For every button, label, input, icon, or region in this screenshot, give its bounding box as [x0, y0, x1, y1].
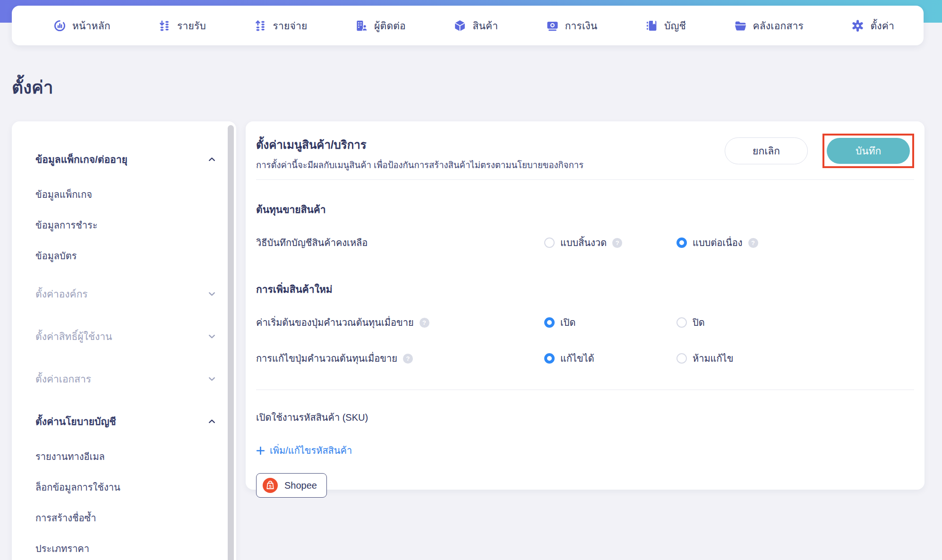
shopee-button-label: Shopee: [284, 480, 317, 491]
shopee-button[interactable]: S Shopee: [256, 473, 327, 498]
panel-subtitle: การตั้งค่านี้จะมีผลกับเมนูสินค้า เพื่อป้…: [256, 158, 583, 172]
settings-sidebar: ข้อมูลแพ็กเกจ/ต่ออายุ ข้อมูลแพ็กเกจ ข้อม…: [12, 121, 236, 560]
nav-label: บัญชี: [664, 18, 686, 34]
sidebar-group-organization[interactable]: ตั้งค่าองค์กร: [12, 282, 236, 305]
chevron-down-icon: [207, 374, 216, 383]
panel-header-text: ตั้งค่าเมนูสินค้า/บริการ การตั้งค่านี้จะ…: [256, 136, 583, 172]
add-edit-sku-link-text: เพิ่ม/แก้ไขรหัสสินค้า: [270, 443, 352, 458]
radio-selected[interactable]: [544, 317, 555, 328]
income-icon: [158, 19, 171, 32]
nav-item-documents[interactable]: คลังเอกสาร: [734, 18, 804, 34]
radio-option-not-editable[interactable]: ห้ามแก้ไข: [677, 351, 914, 366]
nav-item-expense[interactable]: รายจ่าย: [254, 18, 308, 34]
nav-label: สินค้า: [472, 18, 498, 34]
radio-label: แบบต่อเนื่อง: [693, 235, 743, 250]
nav-label: หน้าหลัก: [72, 18, 111, 34]
sidebar-item-price-types[interactable]: ประเภทราคา: [12, 533, 236, 560]
nav-item-income[interactable]: รายรับ: [158, 18, 206, 34]
contacts-icon: [355, 19, 368, 32]
sidebar-group-label: ตั้งค่าองค์กร: [35, 286, 88, 302]
radio-label: ห้ามแก้ไข: [693, 351, 733, 366]
gear-icon: [851, 19, 864, 32]
sidebar-group-label: ข้อมูลแพ็กเกจ/ต่ออายุ: [35, 152, 128, 167]
sidebar-item-package-info[interactable]: ข้อมูลแพ็กเกจ: [12, 179, 236, 210]
radio-option-periodic[interactable]: แบบสิ้นงวด ?: [544, 235, 677, 250]
products-icon: [454, 19, 466, 32]
sidebar-item-payment-info[interactable]: ข้อมูลการชำระ: [12, 210, 236, 240]
sidebar-group-accounting-policy[interactable]: ตั้งค่านโยบายบัญชี: [12, 410, 236, 433]
sidebar-sublist-package: ข้อมูลแพ็กเกจ ข้อมูลการชำระ ข้อมูลบัตร: [12, 179, 236, 271]
nav-item-finance[interactable]: การเงิน: [546, 18, 598, 34]
cost-calc-edit-row: การแก้ไขปุ่มคำนวณต้นทุนเมื่อขาย ? แก้ไขไ…: [256, 351, 914, 366]
svg-text:S: S: [269, 484, 272, 489]
sidebar-item-duplicate-names[interactable]: การสร้างชื่อซ้ำ: [12, 502, 236, 533]
sidebar-sublist-accounting-policy: รายงานทางอีเมล ล็อกข้อมูลการใช้งาน การสร…: [12, 441, 236, 560]
help-icon[interactable]: ?: [748, 238, 758, 248]
sidebar-item-email-reports[interactable]: รายงานทางอีเมล: [12, 441, 236, 472]
plus-icon: [256, 446, 265, 455]
panel-header: ตั้งค่าเมนูสินค้า/บริการ การตั้งค่านี้จะ…: [256, 121, 914, 180]
page-title: ตั้งค่า: [12, 73, 53, 101]
sidebar-group-label: ตั้งค่านโยบายบัญชี: [35, 414, 116, 429]
radio-selected[interactable]: [544, 353, 555, 364]
finance-icon: [546, 19, 559, 32]
sidebar-group-documents[interactable]: ตั้งค่าเอกสาร: [12, 367, 236, 390]
chevron-up-icon: [207, 417, 216, 426]
inventory-method-label: วิธีบันทึกบัญชีสินค้าคงเหลือ: [256, 235, 544, 250]
help-icon[interactable]: ?: [403, 354, 413, 364]
chevron-up-icon: [207, 155, 216, 164]
help-icon[interactable]: ?: [420, 318, 429, 328]
nav-label: ตั้งค่า: [870, 18, 894, 34]
accounting-icon: [645, 19, 658, 32]
nav-label: รายจ่าย: [273, 18, 308, 34]
cost-calc-edit-label: การแก้ไขปุ่มคำนวณต้นทุนเมื่อขาย ?: [256, 351, 544, 366]
sidebar-group-label: ตั้งค่าสิทธิ์ผู้ใช้งาน: [35, 329, 112, 344]
radio-unselected[interactable]: [677, 317, 687, 328]
sidebar-scrollbar[interactable]: [228, 125, 234, 560]
radio-label: ปิด: [693, 315, 705, 330]
radio-option-off[interactable]: ปิด: [677, 315, 914, 330]
cost-calc-default-label: ค่าเริ่มต้นของปุ่มคำนวณต้นทุนเมื่อขาย ?: [256, 315, 544, 330]
sidebar-item-usage-lock[interactable]: ล็อกข้อมูลการใช้งาน: [12, 472, 236, 502]
nav-label: รายรับ: [177, 18, 206, 34]
sidebar-group-label: ตั้งค่าเอกสาร: [35, 371, 91, 387]
cost-calc-default-row: ค่าเริ่มต้นของปุ่มคำนวณต้นทุนเมื่อขาย ? …: [256, 315, 914, 330]
expense-icon: [254, 19, 267, 32]
inventory-method-row: วิธีบันทึกบัญชีสินค้าคงเหลือ แบบสิ้นงวด …: [256, 235, 914, 250]
nav-item-contacts[interactable]: ผู้ติดต่อ: [355, 18, 406, 34]
nav-label: การเงิน: [565, 18, 598, 34]
shopee-icon: S: [262, 477, 278, 493]
radio-unselected[interactable]: [544, 238, 555, 248]
nav-label: คลังเอกสาร: [753, 18, 804, 34]
nav-item-products[interactable]: สินค้า: [454, 18, 498, 34]
radio-unselected[interactable]: [677, 353, 687, 364]
header-actions: ยกเลิก บันทึก: [725, 134, 914, 168]
radio-selected[interactable]: [677, 238, 687, 248]
nav-label: ผู้ติดต่อ: [374, 18, 406, 34]
sidebar-group-user-permissions[interactable]: ตั้งค่าสิทธิ์ผู้ใช้งาน: [12, 325, 236, 348]
section-divider: [256, 390, 914, 390]
nav-item-home[interactable]: หน้าหลัก: [53, 18, 111, 34]
chevron-down-icon: [207, 289, 216, 298]
row-label-text: การแก้ไขปุ่มคำนวณต้นทุนเมื่อขาย: [256, 351, 397, 366]
documents-icon: [734, 19, 747, 32]
sidebar-group-package[interactable]: ข้อมูลแพ็กเกจ/ต่ออายุ: [12, 148, 236, 170]
cancel-button[interactable]: ยกเลิก: [725, 137, 808, 164]
row-label-text: ค่าเริ่มต้นของปุ่มคำนวณต้นทุนเมื่อขาย: [256, 315, 414, 330]
radio-option-editable[interactable]: แก้ไขได้: [544, 351, 677, 366]
dashboard-icon: [53, 19, 66, 32]
radio-option-on[interactable]: เปิด: [544, 315, 677, 330]
nav-item-accounting[interactable]: บัญชี: [645, 18, 686, 34]
add-edit-sku-link[interactable]: เพิ่ม/แก้ไขรหัสสินค้า: [256, 443, 352, 458]
help-icon[interactable]: ?: [612, 238, 622, 248]
save-button-highlight: บันทึก: [822, 134, 914, 168]
panel-title: ตั้งค่าเมนูสินค้า/บริการ: [256, 136, 583, 154]
radio-label: แก้ไขได้: [560, 351, 594, 366]
sidebar-item-card-info[interactable]: ข้อมูลบัตร: [12, 240, 236, 271]
product-menu-settings-panel: ตั้งค่าเมนูสินค้า/บริการ การตั้งค่านี้จะ…: [246, 121, 925, 490]
save-button[interactable]: บันทึก: [827, 138, 910, 164]
radio-option-perpetual[interactable]: แบบต่อเนื่อง ?: [677, 235, 914, 250]
radio-label: แบบสิ้นงวด: [560, 235, 607, 250]
row-label-text: วิธีบันทึกบัญชีสินค้าคงเหลือ: [256, 235, 368, 250]
nav-item-settings[interactable]: ตั้งค่า: [851, 18, 894, 34]
